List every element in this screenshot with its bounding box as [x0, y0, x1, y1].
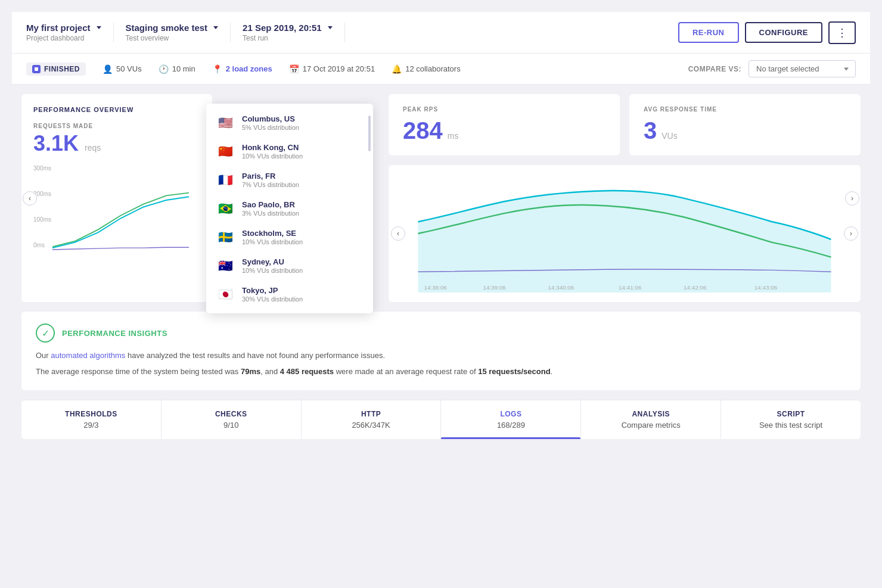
requests-label: REQUESTS MADE [33, 123, 200, 129]
flag-icon: 🇨🇳 [216, 145, 235, 158]
date-value: 17 Oct 2019 at 20:51 [303, 64, 375, 73]
tabs-container: THRESHOLDS 29/3 CHECKS 9/10 HTTP 256K/34… [21, 400, 861, 439]
load-zone-item[interactable]: 🇧🇷 Sao Paolo, BR 3% VUs distribution [206, 194, 373, 223]
flag-icon: 🇺🇸 [216, 116, 235, 129]
main-chart-prev-button[interactable]: ‹ [391, 226, 405, 241]
load-zone-list: 🇺🇸 Columbus, US 5% VUs distribution 🇨🇳 H… [206, 108, 373, 309]
load-zone-item[interactable]: 🇸🇪 Stockholm, SE 10% VUs distribution [206, 223, 373, 251]
status-badge: FINISHED [26, 63, 86, 76]
run-date-text: 21 Sep 2019, 20:51 [243, 23, 322, 33]
avg-response-value: 3 [644, 117, 657, 144]
breadcrumb: My first project Project dashboard Stagi… [26, 23, 345, 42]
tab-thresholds[interactable]: THRESHOLDS 29/3 [21, 400, 162, 439]
insights-section: ✓ PERFORMANCE INSIGHTS Our automated alg… [21, 312, 861, 390]
compare-select-wrapper: No target selected [749, 60, 856, 77]
load-zone-item[interactable]: 🇺🇸 Columbus, US 5% VUs distribution [206, 108, 373, 137]
automated-algorithms-link[interactable]: automated algorithms [51, 351, 125, 360]
shield-check-icon: ✓ [36, 323, 55, 343]
tab-analysis[interactable]: ANALYSIS Compare metrics [581, 400, 721, 439]
tab-label: HTTP [309, 410, 434, 418]
rerun-button[interactable]: RE-RUN [678, 22, 739, 43]
more-button[interactable]: ⋮ [828, 21, 856, 44]
peak-rps-label: PEAK RPS [403, 106, 605, 113]
load-zone-item[interactable]: 🇫🇷 Paris, FR 7% VUs distribution [206, 166, 373, 194]
main-content: PERFORMANCE OVERVIEW REQUESTS MADE 3.1K … [12, 85, 870, 400]
requests-unit: reqs [85, 143, 101, 153]
chart-next-button[interactable]: › [845, 191, 859, 206]
project-title: My first project [26, 23, 101, 33]
insights-avg-pre: The average response time of the system … [36, 367, 241, 376]
compare-label: COMPARE VS: [688, 65, 741, 73]
run-title: 21 Sep 2019, 20:51 [243, 23, 333, 33]
avg-response-unit: VUs [662, 131, 677, 141]
load-zone-name: Sydney, AU [242, 257, 364, 266]
insights-title: PERFORMANCE INSIGHTS [62, 329, 167, 338]
insights-avg-val: 79ms [241, 367, 260, 376]
tab-label: CHECKS [169, 410, 294, 418]
load-zone-item[interactable]: 🇦🇺 Sydney, AU 10% VUs distribution [206, 251, 373, 280]
insights-pre-link: Our [36, 351, 51, 360]
load-zones-link[interactable]: 2 load zones [226, 64, 272, 73]
clock-icon: 🕐 [159, 64, 169, 74]
project-subtitle: Project dashboard [26, 34, 101, 42]
tab-checks[interactable]: CHECKS 9/10 [162, 400, 302, 439]
main-chart-next-button[interactable]: › [844, 226, 858, 241]
compare-select[interactable]: No target selected [749, 60, 856, 77]
collaborators-icon: 🔔 [392, 64, 402, 74]
collaborators-item: 🔔 12 collaborators [392, 64, 461, 74]
load-zone-item[interactable]: 🇯🇵 Tokyo, JP 30% VUs distribution [206, 280, 373, 309]
svg-text:14:39:06: 14:39:06 [483, 284, 506, 291]
date-item: 📅 17 Oct 2019 at 20:51 [289, 64, 375, 74]
collaborators-value: 12 collaborators [405, 64, 461, 73]
insights-text-2: The average response time of the system … [36, 366, 846, 378]
svg-text:14:41:06: 14:41:06 [619, 284, 642, 291]
load-zone-name: Paris, FR [242, 172, 364, 181]
test-title: Staging smoke test [126, 23, 219, 33]
peak-rps-value: 284 [403, 117, 443, 144]
configure-button[interactable]: CONFIGURE [745, 22, 823, 43]
insights-rate-pre: were made at an average request rate of [334, 367, 478, 376]
tab-script[interactable]: SCRIPT See this test script [721, 400, 861, 439]
load-zone-name: Stockholm, SE [242, 229, 364, 238]
tab-label: SCRIPT [728, 410, 853, 418]
load-zone-name: Honk Kong, CN [242, 143, 364, 152]
tab-value: Compare metrics [588, 421, 713, 430]
location-icon: 📍 [212, 64, 222, 74]
tab-value: 168/289 [448, 421, 573, 430]
performance-overview-panel: PERFORMANCE OVERVIEW REQUESTS MADE 3.1K … [21, 94, 212, 302]
tab-label: ANALYSIS [588, 410, 713, 418]
flag-icon: 🇫🇷 [216, 173, 235, 186]
perf-title: PERFORMANCE OVERVIEW [33, 106, 200, 113]
load-zone-name: Sao Paolo, BR [242, 200, 364, 209]
tab-value: 9/10 [169, 421, 294, 430]
top-nav: My first project Project dashboard Stagi… [12, 12, 870, 54]
svg-text:14:38:06: 14:38:06 [424, 284, 447, 291]
load-zone-pct: 3% VUs distribution [242, 210, 364, 217]
project-nav-item[interactable]: My first project Project dashboard [26, 23, 114, 42]
status-bar: FINISHED 👤 50 VUs 🕐 10 min 📍 2 load zone… [12, 54, 870, 85]
tab-logs[interactable]: LOGS 168/289 [441, 400, 581, 439]
insights-requests-pre: , and [260, 367, 280, 376]
insights-header: ✓ PERFORMANCE INSIGHTS [36, 323, 846, 343]
bottom-tabs: THRESHOLDS 29/3 CHECKS 9/10 HTTP 256K/34… [21, 400, 861, 439]
main-chart-panel: ‹ › 14:38:06 14:39:06 14:340:06 [389, 165, 861, 302]
insights-text-1: Our automated algorithms have analyzed t… [36, 350, 846, 362]
main-chart-svg: 14:38:06 14:39:06 14:340:06 14:41:06 14:… [398, 175, 851, 293]
chart-prev-button[interactable]: ‹ [23, 191, 37, 206]
project-name-text: My first project [26, 23, 91, 33]
project-chevron-icon [97, 26, 101, 29]
peak-rps-unit: ms [448, 131, 459, 141]
insights-end: . [551, 367, 553, 376]
load-zone-item[interactable]: 🇨🇳 Honk Kong, CN 10% VUs distribution [206, 137, 373, 166]
flag-icon: 🇧🇷 [216, 202, 235, 215]
tab-http[interactable]: HTTP 256K/347K [302, 400, 442, 439]
nav-actions: RE-RUN CONFIGURE ⋮ [678, 21, 856, 44]
metrics-row: PEAK RPS 284 ms AVG RESPONSE TIME 3 VUs [389, 94, 861, 155]
run-nav-item[interactable]: 21 Sep 2019, 20:51 Test run [231, 23, 345, 42]
test-name-text: Staging smoke test [126, 23, 208, 33]
flag-icon: 🇯🇵 [216, 288, 235, 301]
test-nav-item[interactable]: Staging smoke test Test overview [114, 23, 231, 42]
users-icon: 👤 [103, 64, 113, 74]
tab-active-indicator [441, 437, 580, 439]
load-zones-item[interactable]: 📍 2 load zones [212, 64, 272, 74]
